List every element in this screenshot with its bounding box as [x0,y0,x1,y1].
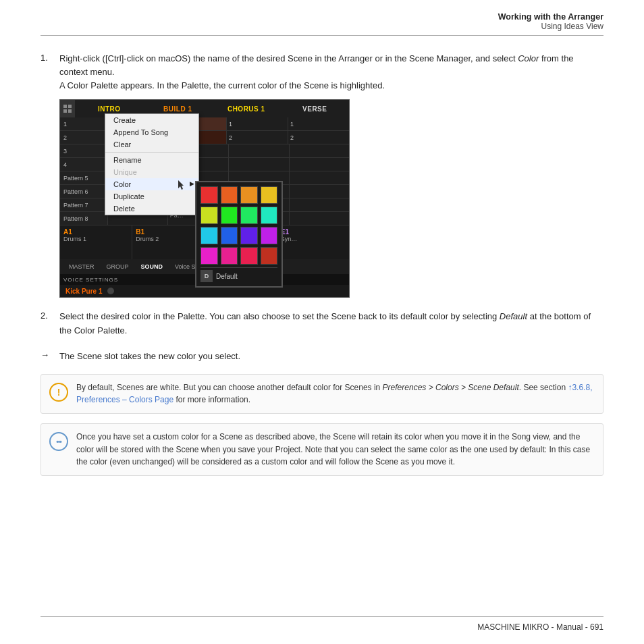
ctx-clear: Clear [105,138,198,151]
ctx-duplicate: Duplicate [105,190,198,203]
step-2-body: Select the desired color in the Palette.… [59,310,603,337]
color-orange-red [221,186,238,204]
arrow-marker: → [41,350,59,363]
color-green [221,207,238,224]
color-dark-red [261,247,278,265]
row-label-p5: Pattern 5 [60,171,107,184]
arrow-step: → The Scene slot takes the new color you… [41,350,603,363]
color-magenta [200,247,218,265]
color-rose [240,247,258,265]
scene-e1: E1 Syn… [277,225,349,259]
scene-b1-name: B1 [136,228,200,236]
arr-cell: 1 [288,117,349,130]
palette-row-1 [200,186,277,204]
step-2: 2. Select the desired color in the Palet… [41,310,603,337]
color-yellow [261,186,278,204]
cursor-icon [178,180,185,191]
tab-group: GROUP [101,259,134,274]
kick-dot [107,288,114,294]
svg-rect-2 [63,109,67,113]
tab-sound: SOUND [136,259,169,274]
page-footer: MASCHINE MIKRO - Manual - 691 [41,616,603,632]
row-label-p7: Pattern 7 [60,198,107,211]
col-build: BUILD 1 [144,105,213,113]
info-box-warning: ! By default, Scenes are white. But you … [41,374,603,414]
row-label-p8: Pattern 8 [60,212,107,225]
arrow-text: The Scene slot takes the new color you s… [59,350,240,363]
color-pink [221,247,238,265]
scene-a1-name: A1 [63,228,128,236]
col-intro: INTRO [75,105,144,113]
ctx-create: Create [105,114,198,126]
arr-row-2: 2 2 2 [60,131,349,144]
row-label-p6: Pattern 6 [60,185,107,198]
color-red [200,186,218,204]
scene-a1: A1 Drums 1 [60,225,132,259]
arr-cell [228,158,289,171]
row-label-2: 2 [60,131,107,144]
scene-e1-name: E1 [281,228,346,236]
note-icon: ••• [49,432,68,451]
ctx-color: Color [105,178,198,190]
page-header: Working with the Arranger Using Ideas Vi… [41,0,603,36]
arr-row-4: 4 [60,158,349,171]
row-label-4: 4 [60,158,107,171]
arr-cell [289,171,350,184]
arr-cell: 2 [288,131,349,144]
color-cyan [200,227,218,244]
info-text-note: Once you have set a custom color for a S… [76,431,595,468]
step-number-1: 1. [41,52,59,298]
tab-master: MASTER [63,259,100,274]
voice-settings-label: VOICE SETTINGS [63,277,118,283]
color-teal [261,207,278,224]
arr-cell [289,212,349,225]
step-number-2: 2. [41,310,59,337]
context-menu: Create Append To Song Clear Rename Uniqu… [105,113,199,215]
arr-cell [289,185,350,198]
step-1: 1. Right-click ([Ctrl]-click on macOS) t… [41,52,603,298]
svg-marker-4 [178,180,184,190]
col-chorus: CHORUS 1 [212,105,281,113]
ctx-rename: Rename [105,154,198,166]
arr-row-3: 3 [60,144,349,158]
page-content: 1. Right-click ([Ctrl]-click on macOS) t… [41,49,603,476]
svg-rect-1 [68,105,72,108]
scene-b1-sub: Drums 2 [136,236,200,242]
col-verse: VERSE [281,105,350,113]
color-palette: D Default [195,181,283,288]
arr-cell [289,144,350,157]
default-label: Default [216,273,238,280]
info-text-warning: By default, Scenes are white. But you ca… [76,381,595,406]
arr-cell [228,144,289,157]
scene-e1-sub: Syn… [281,236,346,242]
color-yellow-green [200,207,218,224]
step-1-text: Right-click ([Ctrl]-click on macOS) the … [59,52,603,92]
info-box-note: ••• Once you have set a custom color for… [41,423,603,476]
warning-icon: ! [49,383,68,402]
arr-row-1: 1 1 1 [60,117,349,131]
arr-cell [289,198,350,211]
color-blue [221,227,238,244]
palette-footer: D Default [200,267,277,282]
palette-row-4 [200,247,277,265]
color-purple [261,227,278,244]
footer-text: MASCHINE MIKRO - Manual - 691 [477,622,603,632]
step-2-text: Select the desired color in the Palette.… [59,310,603,337]
ctx-append: Append To Song [105,126,198,138]
arrow-body: The Scene slot takes the new color you s… [59,350,240,363]
header-title: Working with the Arranger [41,12,603,22]
ctx-separator-1 [105,152,198,153]
scene-b1: B1 Drums 2 [132,225,205,259]
step-1-body: Right-click ([Ctrl]-click on macOS) the … [59,52,603,298]
palette-row-3 [200,227,277,244]
default-icon: D [200,270,213,282]
row-label-1: 1 [60,117,107,130]
ctx-unique: Unique [105,166,198,178]
arr-cell: 2 [226,131,288,144]
color-teal-green [240,207,258,224]
palette-row-2 [200,207,277,224]
color-indigo [240,227,258,244]
ctx-delete: Delete [105,203,198,215]
header-subtitle: Using Ideas View [41,22,603,31]
svg-rect-0 [63,105,67,108]
